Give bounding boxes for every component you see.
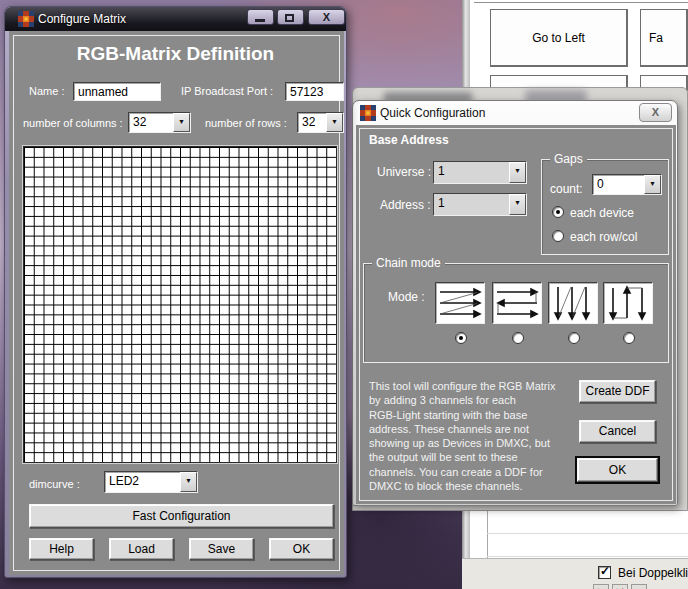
each-row-col-label: each row/col — [570, 230, 637, 244]
matrix-grid[interactable] — [23, 146, 337, 463]
save-button[interactable]: Save — [189, 538, 254, 560]
cancel-button[interactable]: Cancel — [579, 420, 656, 443]
minimize-button[interactable] — [247, 9, 274, 25]
chain-mode-horizontal-zigzag-icon[interactable] — [435, 282, 485, 324]
base-address-heading: Base Address — [369, 133, 449, 147]
bei-doppelklick-checkbox[interactable]: ✓ — [598, 566, 611, 579]
dimcurve-label: dimcurve : — [29, 478, 80, 490]
chain-mode-radio-1[interactable] — [455, 332, 467, 344]
each-device-radio[interactable] — [552, 206, 564, 218]
desktop: Go to Left Fa ✓ Bei Doppelklick ▶ ▶| ■ — [0, 0, 688, 589]
configure-matrix-titlebar[interactable]: Configure Matrix X — [5, 7, 346, 31]
quick-configuration-title: Quick Configuration — [380, 106, 485, 120]
name-label: Name : — [29, 85, 64, 97]
rows-value: 32 — [298, 113, 326, 132]
divider — [474, 2, 688, 3]
matrix-app-icon — [18, 11, 34, 27]
rgb-matrix-heading: RGB-Matrix Definition — [5, 43, 346, 65]
each-row-col-radio[interactable] — [552, 230, 564, 242]
chain-mode-vertical-zigzag-icon[interactable] — [548, 282, 598, 324]
play-button-partial[interactable]: ▶ — [593, 584, 609, 589]
configure-matrix-title: Configure Matrix — [38, 12, 126, 26]
dimcurve-select[interactable]: LED2 ▼ — [104, 471, 198, 493]
universe-select[interactable]: 1 ▼ — [433, 161, 527, 184]
minimize-icon — [255, 19, 265, 22]
number-of-rows-select[interactable]: 32 ▼ — [297, 112, 344, 133]
chevron-down-icon[interactable]: ▼ — [509, 194, 526, 215]
help-button[interactable]: Help — [29, 538, 94, 560]
next-button-partial[interactable]: ▶| — [612, 584, 628, 589]
maximize-button[interactable] — [277, 9, 304, 25]
go-to-left-button[interactable]: Go to Left — [490, 9, 628, 67]
columns-value: 32 — [129, 113, 173, 132]
chevron-down-icon[interactable]: ▼ — [509, 162, 526, 183]
maximize-icon — [285, 14, 294, 22]
address-value: 1 — [434, 194, 509, 215]
check-icon: ✓ — [600, 564, 610, 578]
mode-label: Mode : — [388, 290, 425, 304]
bei-doppelklick-label: Bei Doppelklick — [618, 566, 688, 580]
stop-button-partial[interactable]: ■ — [631, 584, 647, 589]
chain-mode-group-label: Chain mode — [372, 256, 445, 270]
fast-configuration-button[interactable]: Fast Configuration — [29, 504, 334, 528]
quick-configuration-titlebar[interactable]: Quick Configuration X — [353, 101, 677, 125]
gap-count-select[interactable]: 0 ▼ — [592, 174, 662, 195]
gap-count-value: 0 — [593, 175, 644, 194]
address-select[interactable]: 1 ▼ — [433, 193, 527, 216]
number-of-rows-label: number of rows : — [205, 117, 287, 129]
chevron-down-icon[interactable]: ▼ — [644, 175, 661, 194]
address-label: Address : — [380, 198, 431, 212]
list-border — [487, 505, 488, 558]
close-button[interactable]: X — [308, 9, 345, 25]
chain-mode-radio-4[interactable] — [623, 332, 635, 344]
name-input[interactable]: unnamed — [73, 82, 161, 101]
universe-value: 1 — [434, 162, 509, 183]
ip-broadcast-port-label: IP Broadcast Port : — [181, 85, 273, 97]
tool-description-text: This tool will configure the RGB Matrix … — [369, 379, 589, 493]
list-row-divider — [487, 556, 688, 557]
gaps-groupbox: Gaps count: 0 ▼ each device each row/col — [541, 159, 669, 255]
fade-button-partial[interactable]: Fa — [640, 9, 688, 67]
number-of-columns-label: number of columns : — [23, 117, 123, 129]
chain-mode-radio-3[interactable] — [568, 332, 580, 344]
bottom-panel: ✓ Bei Doppelklick ▶ ▶| ■ — [462, 558, 688, 589]
configure-matrix-dialog: Configure Matrix X RGB-Matrix Definition… — [4, 6, 347, 578]
ip-broadcast-port-input[interactable]: 57123 — [285, 82, 344, 101]
chevron-down-icon[interactable]: ▼ — [180, 472, 197, 492]
chain-mode-horizontal-snake-icon[interactable] — [492, 282, 542, 324]
gaps-group-label: Gaps — [550, 152, 587, 166]
load-button[interactable]: Load — [109, 538, 174, 560]
dimcurve-value: LED2 — [105, 472, 180, 492]
chevron-down-icon[interactable]: ▼ — [173, 113, 190, 132]
count-label: count: — [550, 182, 583, 196]
quick-configuration-dialog: Quick Configuration X Base Address Unive… — [352, 100, 678, 506]
number-of-columns-select[interactable]: 32 ▼ — [128, 112, 191, 133]
chevron-down-icon[interactable]: ▼ — [326, 113, 343, 132]
close-button[interactable]: X — [639, 103, 672, 122]
ok-button[interactable]: OK — [269, 538, 334, 560]
chain-mode-groupbox: Chain mode Mode : — [363, 263, 669, 363]
ok-button[interactable]: OK — [577, 458, 658, 482]
chain-mode-radio-2[interactable] — [512, 332, 524, 344]
each-device-label: each device — [570, 206, 634, 220]
list-row-divider — [487, 533, 688, 534]
universe-label: Universe : — [377, 165, 431, 179]
matrix-app-icon — [360, 105, 376, 121]
chain-mode-vertical-snake-icon[interactable] — [603, 282, 653, 324]
create-ddf-button[interactable]: Create DDF — [579, 380, 656, 403]
